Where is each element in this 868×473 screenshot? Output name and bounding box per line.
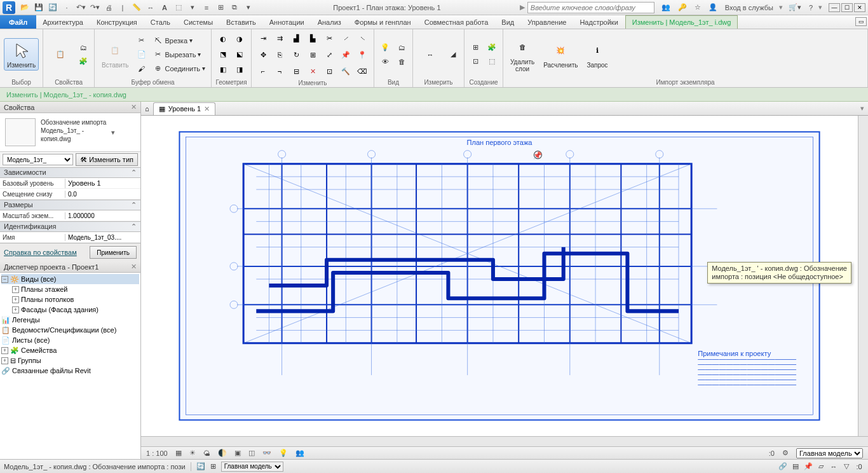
search-input[interactable] bbox=[527, 2, 654, 13]
geom-icon-2[interactable]: ◑ bbox=[232, 32, 247, 46]
vertical-scrollbar[interactable] bbox=[858, 116, 868, 436]
copy-icon[interactable]: ⎘ bbox=[272, 47, 287, 62]
demo-icon2[interactable]: ⌫ bbox=[355, 64, 370, 79]
sun-path-icon[interactable]: 🌤 bbox=[202, 449, 212, 457]
prop-name-value[interactable]: Модель_1эт_03.... bbox=[65, 234, 140, 241]
maximize-button[interactable]: ☐ bbox=[841, 3, 853, 12]
cutgeom-button[interactable]: ✂Вырезать ▾ bbox=[151, 48, 208, 61]
tree-ceilings[interactable]: +Планы потолков bbox=[1, 294, 139, 305]
paste-button[interactable]: 📋Вставить bbox=[98, 38, 132, 71]
mirror-draw-icon[interactable]: ▙ bbox=[305, 31, 320, 46]
cart-icon[interactable]: 🛒▾ bbox=[787, 3, 803, 11]
view-tab-level1[interactable]: ▦ Уровень 1 ✕ bbox=[153, 102, 216, 115]
props-section-ident[interactable]: Идентификация⌃ bbox=[0, 221, 140, 232]
prop-scale-value[interactable]: 1.000000 bbox=[65, 212, 140, 219]
shadows-icon[interactable]: 🌓 bbox=[217, 449, 228, 457]
tab-architecture[interactable]: Архитектура bbox=[36, 15, 90, 29]
pin-icon[interactable]: 📌 bbox=[338, 47, 353, 62]
qat-save-icon[interactable]: 💾 bbox=[33, 2, 44, 13]
geom-icon-3[interactable]: ⬔ bbox=[215, 48, 231, 62]
qat-section-icon[interactable]: ▾ bbox=[187, 2, 198, 13]
tree-floorplans[interactable]: +Планы этажей bbox=[1, 284, 139, 294]
tab-manage[interactable]: Управление bbox=[521, 15, 573, 29]
create-assy-icon[interactable]: 🧩 bbox=[485, 41, 499, 54]
horizontal-scrollbar[interactable] bbox=[141, 436, 868, 446]
file-menu[interactable]: Файл bbox=[0, 15, 36, 29]
tree-sheets[interactable]: 📄Листы (все) bbox=[1, 335, 139, 345]
match-button[interactable]: 🖌 bbox=[135, 62, 149, 75]
status-filter-icon[interactable]: ▽ bbox=[841, 462, 851, 472]
detail-level-icon[interactable]: ▦ bbox=[174, 449, 183, 457]
geom-icon-4[interactable]: ⬕ bbox=[232, 48, 247, 62]
qat-open-icon[interactable]: 📂 bbox=[19, 2, 31, 13]
view-override-icon[interactable]: 🗂 bbox=[395, 41, 409, 54]
properties-help-link[interactable]: Справка по свойствам bbox=[4, 249, 77, 256]
view-isolate-icon[interactable]: 👁 bbox=[378, 55, 392, 68]
status-sync-icon[interactable]: 🔄 bbox=[196, 462, 205, 470]
delete-layers-button[interactable]: 🗑Удалить слои bbox=[507, 35, 538, 74]
status-model-select[interactable]: Главная модель bbox=[221, 462, 283, 472]
type-properties-button[interactable]: 🗂 bbox=[76, 41, 90, 54]
geom-icon-1[interactable]: ◐ bbox=[215, 32, 231, 46]
tree-links[interactable]: 🔗Связанные файлы Revit bbox=[1, 366, 139, 376]
properties-close-icon[interactable]: ✕ bbox=[131, 103, 137, 111]
status-select-pinned-icon[interactable]: 📌 bbox=[803, 462, 813, 472]
trim-multi-icon[interactable]: ¬ bbox=[272, 64, 287, 79]
prop-offset-value[interactable]: 0.0 bbox=[65, 191, 140, 198]
app-logo[interactable]: R bbox=[3, 1, 15, 14]
qat-text-icon[interactable]: A bbox=[159, 2, 170, 13]
props-section-size[interactable]: Размеры⌃ bbox=[0, 200, 140, 210]
view-reset-icon[interactable]: 🗑 bbox=[395, 55, 409, 68]
view-tabs-overflow[interactable]: ▾ bbox=[860, 104, 864, 113]
status-select-links-icon[interactable]: 🔗 bbox=[778, 462, 788, 472]
main-model-select[interactable]: Главная модель bbox=[795, 448, 864, 458]
offset-icon[interactable]: ⇉ bbox=[272, 31, 287, 46]
qat-3d-icon[interactable]: ⬚ bbox=[173, 2, 184, 13]
apply-button[interactable]: Применить bbox=[90, 246, 137, 259]
help-button[interactable]: ? bbox=[807, 4, 815, 11]
split-gap-icon[interactable]: ⊟ bbox=[288, 64, 304, 79]
scale-button[interactable]: 1 : 100 bbox=[145, 449, 169, 457]
geom-icon-6[interactable]: ◨ bbox=[232, 63, 247, 77]
login-link[interactable]: Вход в службы bbox=[723, 4, 775, 11]
query-button[interactable]: ℹЗапрос bbox=[583, 38, 611, 71]
drawing-canvas[interactable]: План первого этажа bbox=[141, 116, 858, 436]
tab-insert[interactable]: Вставить bbox=[220, 15, 263, 29]
tree-elevations[interactable]: +Фасады (Фасад здания) bbox=[1, 305, 139, 315]
tab-modify-context[interactable]: Изменить | Модель_1эт_ і.dwg bbox=[625, 15, 738, 29]
reveal-icon[interactable]: 💡 bbox=[278, 449, 289, 457]
qat-switch-icon[interactable]: ⧉ bbox=[229, 2, 240, 13]
tab-analyze[interactable]: Анализ bbox=[311, 15, 348, 29]
close-button[interactable]: ✕ bbox=[854, 3, 865, 12]
split-icon[interactable]: ✂ bbox=[322, 31, 337, 46]
tree-groups[interactable]: +⊟Группы bbox=[1, 355, 139, 366]
qat-close-icon[interactable]: ⊞ bbox=[215, 2, 226, 13]
mirror-pick-icon[interactable]: ▟ bbox=[288, 31, 304, 46]
move-icon[interactable]: ✥ bbox=[255, 47, 271, 62]
binoculars-icon[interactable]: 👥 bbox=[660, 3, 672, 11]
join-button[interactable]: ⊕Соединить ▾ bbox=[151, 62, 208, 75]
tree-families[interactable]: +🧩Семейства bbox=[1, 345, 139, 355]
prop-base-level-value[interactable] bbox=[68, 179, 138, 188]
crop-icon[interactable]: ▣ bbox=[233, 449, 242, 457]
props-section-dependencies[interactable]: Зависимости⌃ bbox=[0, 167, 140, 178]
explode-button[interactable]: 💥Расчленить bbox=[540, 38, 581, 71]
create-part-icon[interactable]: ⬚ bbox=[485, 55, 499, 68]
status-select-face-icon[interactable]: ▱ bbox=[816, 462, 826, 472]
cut-button[interactable]: ✂ bbox=[135, 34, 149, 47]
create-group-icon[interactable]: ⊡ bbox=[468, 55, 482, 68]
trim-single-icon[interactable]: ⌐ bbox=[255, 64, 271, 79]
visual-style-icon[interactable]: ☀ bbox=[188, 449, 197, 457]
scale-icon[interactable]: ⤢ bbox=[322, 47, 337, 62]
status-drag-icon[interactable]: ↔ bbox=[829, 462, 839, 472]
properties-button[interactable]: 📋 bbox=[47, 43, 74, 67]
tab-massing[interactable]: Формы и генплан bbox=[348, 15, 418, 29]
qat-dim-icon[interactable]: ↔ bbox=[145, 2, 156, 13]
array-icon[interactable]: ⊞ bbox=[305, 47, 320, 62]
user-icon[interactable]: 👤 bbox=[707, 3, 719, 11]
browser-close-icon[interactable]: ✕ bbox=[131, 263, 137, 271]
tab-annotate[interactable]: Аннотации bbox=[263, 15, 311, 29]
modify-tool-button[interactable]: Изменить bbox=[4, 38, 39, 71]
view-filter-icon[interactable]: ⚙ bbox=[781, 449, 790, 457]
unpin-icon[interactable]: 📍 bbox=[355, 47, 370, 62]
